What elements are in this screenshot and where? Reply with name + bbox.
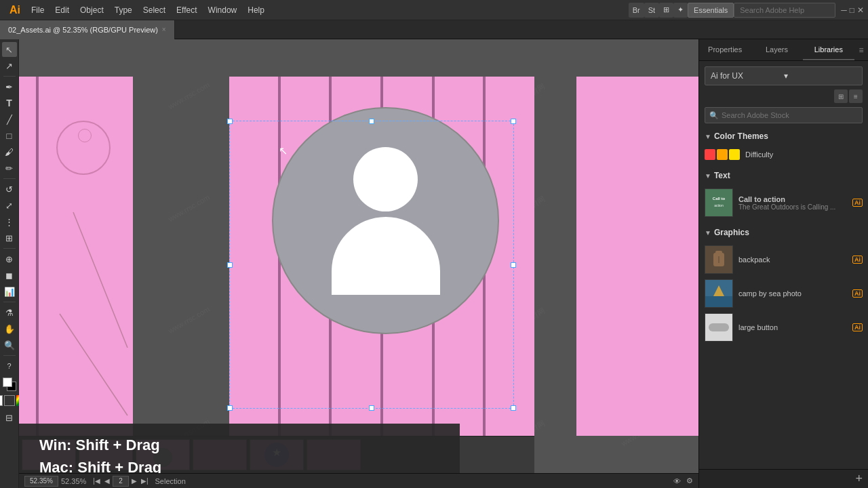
graphics-item-backpack[interactable]: backpack Ai [705, 243, 863, 277]
text-item-cta[interactable]: Call to action Call to action The Great … [705, 186, 863, 220]
menu-effect[interactable]: Effect [171, 0, 202, 20]
color-themes-section-header[interactable]: ▼ Color Themes [705, 129, 863, 144]
none-swatch[interactable] [4, 395, 15, 406]
type-tool[interactable]: T [2, 96, 17, 110]
color-boxes[interactable] [3, 378, 16, 391]
grid-view-btn[interactable]: ⊞ [834, 89, 848, 103]
toolbar-separator-4 [3, 302, 16, 302]
graphics-section-label: Graphics [714, 228, 749, 237]
pen-tool[interactable]: ✒ [2, 79, 17, 94]
paintbrush-tool[interactable]: 🖌 [2, 144, 17, 159]
menu-help[interactable]: Help [242, 0, 270, 20]
free-transform-tool[interactable]: ⊞ [2, 230, 17, 245]
backpack-icon [705, 246, 732, 273]
add-library-item-btn[interactable]: + [855, 472, 863, 486]
chart-tool[interactable]: 📊 [2, 284, 17, 299]
prev-page-btn[interactable]: ◀ [103, 477, 111, 485]
white-swatch[interactable] [0, 395, 3, 406]
panel-options-icon[interactable]: ≡ [854, 39, 868, 60]
graphics-section-header[interactable]: ▼ Graphics [705, 225, 863, 240]
difficulty-swatches [705, 149, 740, 160]
line-tool[interactable]: ╱ [2, 112, 17, 127]
swatch-red [705, 149, 715, 160]
direct-selection-tool[interactable]: ↗ [2, 58, 17, 73]
status-bar: 52.35% |◀ ◀ ▶ ▶| Selection 👁 ⚙ [19, 473, 698, 488]
toolbar-separator-3 [3, 248, 16, 249]
bridge-btn[interactable]: Br [629, 3, 644, 18]
first-page-btn[interactable]: |◀ [92, 477, 102, 485]
close-btn[interactable]: ✕ [857, 5, 864, 15]
library-search-bar[interactable]: 🔍 [705, 107, 863, 123]
hand-tool[interactable]: ✋ [2, 321, 17, 336]
rotate-tool[interactable]: ↺ [2, 182, 17, 197]
last-page-btn[interactable]: ▶| [140, 477, 150, 485]
backpack-badge: Ai [852, 256, 863, 264]
zoom-tool[interactable]: 🔍 [2, 338, 17, 352]
zoom-control[interactable]: 52.35% [24, 476, 86, 487]
menu-object[interactable]: Object [75, 0, 109, 20]
tab-bar: 02_Assets.ai @ 52.35% (RGB/GPU Preview) … [0, 20, 868, 39]
library-dropdown[interactable]: Ai for UX ▾ [705, 66, 863, 85]
shape-builder-tool[interactable]: ⊕ [2, 251, 17, 266]
graphics-item-large-button[interactable]: large button Ai [705, 310, 863, 344]
next-page-btn[interactable]: ▶ [130, 477, 138, 485]
foreground-color[interactable] [3, 378, 12, 387]
search-adobe-input[interactable] [734, 3, 835, 18]
tab-layers[interactable]: Layers [751, 39, 802, 60]
canvas-area[interactable]: 人人素材网www.rrsc.com 人人素材网www.rrsc.com 人人素材… [19, 39, 698, 488]
menu-edit[interactable]: Edit [50, 0, 75, 20]
panel-footer: + [699, 469, 868, 488]
help-tool[interactable]: ? [2, 359, 17, 373]
text-ai-badge: Ai [852, 199, 863, 207]
artboard-tool[interactable]: ⊟ [2, 410, 17, 425]
page-input[interactable] [113, 476, 129, 487]
panel-tabs: Properties Layers Libraries ≡ [699, 39, 868, 61]
gradient-tool[interactable]: ◼ [2, 268, 17, 283]
page-nav[interactable]: |◀ ◀ ▶ ▶| [92, 476, 149, 487]
list-view-btn[interactable]: ≡ [849, 89, 863, 103]
library-search-input[interactable] [722, 111, 858, 119]
status-icon-1[interactable]: 👁 [673, 477, 681, 485]
toolbar-separator-2 [3, 178, 16, 179]
brush-btn[interactable]: ✦ [673, 3, 688, 18]
workspace-btn[interactable]: ⊞ [659, 3, 673, 18]
svg-rect-9 [715, 251, 722, 254]
tab-libraries[interactable]: Libraries [803, 39, 854, 60]
menu-file[interactable]: File [26, 0, 50, 20]
zoom-input[interactable] [24, 476, 58, 487]
scale-tool[interactable]: ⤢ [2, 198, 17, 213]
essentials-btn[interactable]: Essentials [688, 3, 734, 18]
text-preview-svg: Call to action [705, 189, 732, 216]
text-section-header[interactable]: ▼ Text [705, 168, 863, 183]
tab-close-icon[interactable]: × [162, 26, 166, 33]
rectangle-tool[interactable]: □ [2, 128, 17, 143]
file-tab[interactable]: 02_Assets.ai @ 52.35% (RGB/GPU Preview) … [0, 20, 175, 39]
dropdown-arrow-icon: ▾ [784, 71, 857, 81]
minimize-btn[interactable]: ─ [841, 5, 847, 15]
menu-window[interactable]: Window [203, 0, 243, 20]
swatch-yellow [729, 149, 740, 160]
pencil-tool[interactable]: ✏ [2, 161, 17, 176]
color-themes-arrow-icon: ▼ [705, 133, 711, 140]
color-theme-difficulty[interactable]: Difficulty [705, 146, 863, 163]
menu-type[interactable]: Type [109, 0, 138, 20]
avatar-circle[interactable] [272, 107, 499, 334]
menu-select[interactable]: Select [138, 0, 171, 20]
graphics-item-camp-sea[interactable]: camp by sea photo Ai [705, 277, 863, 310]
graphics-arrow-icon: ▼ [705, 229, 711, 237]
large-button-thumb [705, 313, 733, 342]
warp-tool[interactable]: ⋮ [2, 214, 17, 229]
large-button-label: large button [738, 323, 778, 331]
status-icon-2[interactable]: ⚙ [686, 476, 693, 485]
text-section-label: Text [714, 171, 730, 180]
eyedropper-tool[interactable]: ⚗ [2, 305, 17, 320]
camp-sea-thumb [705, 279, 733, 308]
status-info: Selection [155, 477, 186, 485]
selection-tool[interactable]: ↖ [2, 42, 17, 57]
tab-filename: 02_Assets.ai @ 52.35% (RGB/GPU Preview) [8, 26, 158, 34]
tab-properties[interactable]: Properties [699, 39, 751, 60]
menu-bar: Ai File Edit Object Type Select Effect W… [0, 0, 868, 20]
stock-btn[interactable]: St [644, 3, 659, 18]
text-item-info: Call to action The Great Outdoors is Cal… [738, 195, 847, 211]
maximize-btn[interactable]: □ [850, 5, 854, 15]
